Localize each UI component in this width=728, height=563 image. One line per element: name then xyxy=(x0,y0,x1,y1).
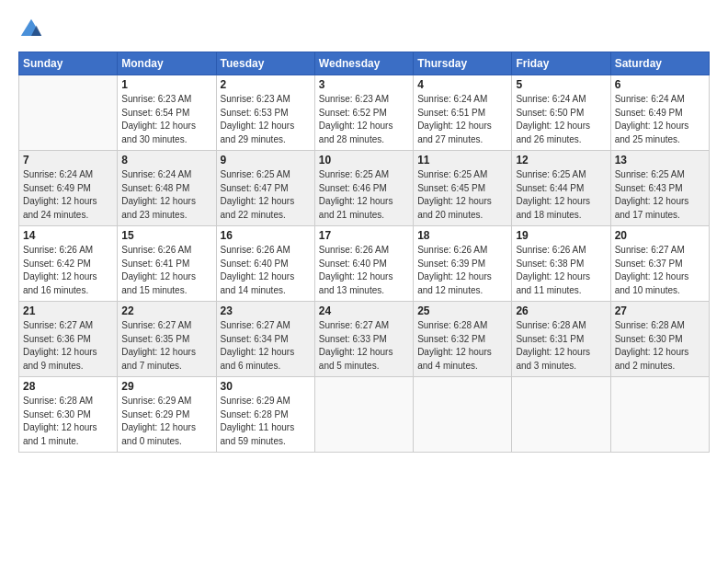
day-number: 1 xyxy=(121,78,211,91)
calendar-cell: 10Sunrise: 6:25 AMSunset: 6:46 PMDayligh… xyxy=(314,151,413,226)
calendar-cell: 25Sunrise: 6:28 AMSunset: 6:32 PMDayligh… xyxy=(414,302,512,377)
calendar-cell xyxy=(314,377,413,453)
day-number: 12 xyxy=(516,154,606,167)
calendar-cell xyxy=(19,75,118,151)
day-info: Sunrise: 6:24 AMSunset: 6:48 PMDaylight:… xyxy=(121,168,211,222)
calendar-cell: 12Sunrise: 6:25 AMSunset: 6:44 PMDayligh… xyxy=(512,151,610,226)
weekday-header-thursday: Thursday xyxy=(414,52,512,75)
page: SundayMondayTuesdayWednesdayThursdayFrid… xyxy=(0,0,728,563)
calendar-cell: 17Sunrise: 6:26 AMSunset: 6:40 PMDayligh… xyxy=(314,226,413,302)
day-number: 28 xyxy=(23,380,113,393)
calendar-cell: 30Sunrise: 6:29 AMSunset: 6:28 PMDayligh… xyxy=(216,377,314,453)
calendar-table: SundayMondayTuesdayWednesdayThursdayFrid… xyxy=(18,52,710,453)
day-info: Sunrise: 6:24 AMSunset: 6:49 PMDaylight:… xyxy=(23,168,113,222)
day-info: Sunrise: 6:25 AMSunset: 6:44 PMDaylight:… xyxy=(516,168,606,222)
day-number: 6 xyxy=(615,78,705,91)
day-number: 13 xyxy=(615,154,705,167)
calendar-cell: 13Sunrise: 6:25 AMSunset: 6:43 PMDayligh… xyxy=(610,151,709,226)
calendar-cell xyxy=(512,377,610,453)
day-number: 15 xyxy=(121,229,211,242)
day-number: 4 xyxy=(417,78,507,91)
weekday-header-sunday: Sunday xyxy=(19,52,118,75)
calendar-cell xyxy=(610,377,709,453)
day-info: Sunrise: 6:26 AMSunset: 6:40 PMDaylight:… xyxy=(319,244,409,297)
calendar-cell: 6Sunrise: 6:24 AMSunset: 6:49 PMDaylight… xyxy=(610,75,709,151)
day-info: Sunrise: 6:25 AMSunset: 6:47 PMDaylight:… xyxy=(221,168,311,222)
calendar-cell: 1Sunrise: 6:23 AMSunset: 6:54 PMDaylight… xyxy=(118,75,216,151)
day-number: 20 xyxy=(615,229,705,242)
day-info: Sunrise: 6:28 AMSunset: 6:30 PMDaylight:… xyxy=(615,319,705,373)
calendar-cell: 16Sunrise: 6:26 AMSunset: 6:40 PMDayligh… xyxy=(216,226,314,302)
day-info: Sunrise: 6:26 AMSunset: 6:38 PMDaylight:… xyxy=(516,244,606,297)
day-number: 22 xyxy=(121,304,211,317)
day-number: 17 xyxy=(319,229,409,242)
day-info: Sunrise: 6:25 AMSunset: 6:43 PMDaylight:… xyxy=(615,168,705,222)
calendar-cell: 3Sunrise: 6:23 AMSunset: 6:52 PMDaylight… xyxy=(314,75,413,151)
calendar-cell: 11Sunrise: 6:25 AMSunset: 6:45 PMDayligh… xyxy=(414,151,512,226)
weekday-header-saturday: Saturday xyxy=(610,52,709,75)
calendar-cell xyxy=(414,377,512,453)
week-row-2: 7Sunrise: 6:24 AMSunset: 6:49 PMDaylight… xyxy=(19,151,710,226)
day-info: Sunrise: 6:26 AMSunset: 6:40 PMDaylight:… xyxy=(221,244,311,297)
day-info: Sunrise: 6:27 AMSunset: 6:37 PMDaylight:… xyxy=(615,244,705,297)
day-number: 11 xyxy=(417,154,507,167)
calendar-cell: 7Sunrise: 6:24 AMSunset: 6:49 PMDaylight… xyxy=(19,151,118,226)
day-number: 10 xyxy=(319,154,409,167)
calendar-cell: 28Sunrise: 6:28 AMSunset: 6:30 PMDayligh… xyxy=(19,377,118,453)
day-info: Sunrise: 6:25 AMSunset: 6:45 PMDaylight:… xyxy=(417,168,507,222)
day-info: Sunrise: 6:26 AMSunset: 6:39 PMDaylight:… xyxy=(417,244,507,297)
calendar-cell: 4Sunrise: 6:24 AMSunset: 6:51 PMDaylight… xyxy=(414,75,512,151)
day-info: Sunrise: 6:28 AMSunset: 6:30 PMDaylight:… xyxy=(23,395,113,448)
week-row-3: 14Sunrise: 6:26 AMSunset: 6:42 PMDayligh… xyxy=(19,226,710,302)
calendar-cell: 2Sunrise: 6:23 AMSunset: 6:53 PMDaylight… xyxy=(216,75,314,151)
day-number: 27 xyxy=(615,304,705,317)
calendar-cell: 5Sunrise: 6:24 AMSunset: 6:50 PMDaylight… xyxy=(512,75,610,151)
calendar-cell: 14Sunrise: 6:26 AMSunset: 6:42 PMDayligh… xyxy=(19,226,118,302)
day-number: 25 xyxy=(417,304,507,317)
calendar-body: 1Sunrise: 6:23 AMSunset: 6:54 PMDaylight… xyxy=(19,75,710,453)
day-info: Sunrise: 6:24 AMSunset: 6:51 PMDaylight:… xyxy=(417,93,507,146)
day-info: Sunrise: 6:23 AMSunset: 6:54 PMDaylight:… xyxy=(121,93,211,146)
calendar-cell: 24Sunrise: 6:27 AMSunset: 6:33 PMDayligh… xyxy=(314,302,413,377)
day-info: Sunrise: 6:29 AMSunset: 6:28 PMDaylight:… xyxy=(221,395,311,448)
day-number: 30 xyxy=(221,380,311,393)
calendar-cell: 29Sunrise: 6:29 AMSunset: 6:29 PMDayligh… xyxy=(118,377,216,453)
calendar-cell: 8Sunrise: 6:24 AMSunset: 6:48 PMDaylight… xyxy=(118,151,216,226)
day-info: Sunrise: 6:29 AMSunset: 6:29 PMDaylight:… xyxy=(121,395,211,448)
weekday-header-wednesday: Wednesday xyxy=(314,52,413,75)
day-number: 5 xyxy=(516,78,606,91)
weekday-header-monday: Monday xyxy=(118,52,216,75)
day-number: 23 xyxy=(221,304,311,317)
day-info: Sunrise: 6:23 AMSunset: 6:53 PMDaylight:… xyxy=(221,93,311,146)
header xyxy=(18,17,710,42)
day-info: Sunrise: 6:25 AMSunset: 6:46 PMDaylight:… xyxy=(319,168,409,222)
calendar-cell: 9Sunrise: 6:25 AMSunset: 6:47 PMDaylight… xyxy=(216,151,314,226)
week-row-4: 21Sunrise: 6:27 AMSunset: 6:36 PMDayligh… xyxy=(19,302,710,377)
day-number: 3 xyxy=(319,78,409,91)
day-info: Sunrise: 6:27 AMSunset: 6:33 PMDaylight:… xyxy=(319,319,409,373)
calendar-cell: 27Sunrise: 6:28 AMSunset: 6:30 PMDayligh… xyxy=(610,302,709,377)
day-info: Sunrise: 6:26 AMSunset: 6:42 PMDaylight:… xyxy=(23,244,113,297)
day-info: Sunrise: 6:27 AMSunset: 6:34 PMDaylight:… xyxy=(221,319,311,373)
calendar-cell: 21Sunrise: 6:27 AMSunset: 6:36 PMDayligh… xyxy=(19,302,118,377)
calendar-cell: 23Sunrise: 6:27 AMSunset: 6:34 PMDayligh… xyxy=(216,302,314,377)
day-number: 24 xyxy=(319,304,409,317)
day-number: 7 xyxy=(23,154,113,167)
day-number: 16 xyxy=(221,229,311,242)
logo-icon xyxy=(18,17,44,42)
day-number: 8 xyxy=(121,154,211,167)
day-number: 18 xyxy=(417,229,507,242)
day-info: Sunrise: 6:28 AMSunset: 6:32 PMDaylight:… xyxy=(417,319,507,373)
calendar-cell: 19Sunrise: 6:26 AMSunset: 6:38 PMDayligh… xyxy=(512,226,610,302)
calendar-cell: 18Sunrise: 6:26 AMSunset: 6:39 PMDayligh… xyxy=(414,226,512,302)
weekday-header-tuesday: Tuesday xyxy=(216,52,314,75)
day-info: Sunrise: 6:26 AMSunset: 6:41 PMDaylight:… xyxy=(121,244,211,297)
day-info: Sunrise: 6:27 AMSunset: 6:36 PMDaylight:… xyxy=(23,319,113,373)
day-info: Sunrise: 6:24 AMSunset: 6:50 PMDaylight:… xyxy=(516,93,606,146)
calendar-cell: 22Sunrise: 6:27 AMSunset: 6:35 PMDayligh… xyxy=(118,302,216,377)
day-number: 19 xyxy=(516,229,606,242)
week-row-5: 28Sunrise: 6:28 AMSunset: 6:30 PMDayligh… xyxy=(19,377,710,453)
weekday-row: SundayMondayTuesdayWednesdayThursdayFrid… xyxy=(19,52,710,75)
day-number: 29 xyxy=(121,380,211,393)
calendar-cell: 26Sunrise: 6:28 AMSunset: 6:31 PMDayligh… xyxy=(512,302,610,377)
